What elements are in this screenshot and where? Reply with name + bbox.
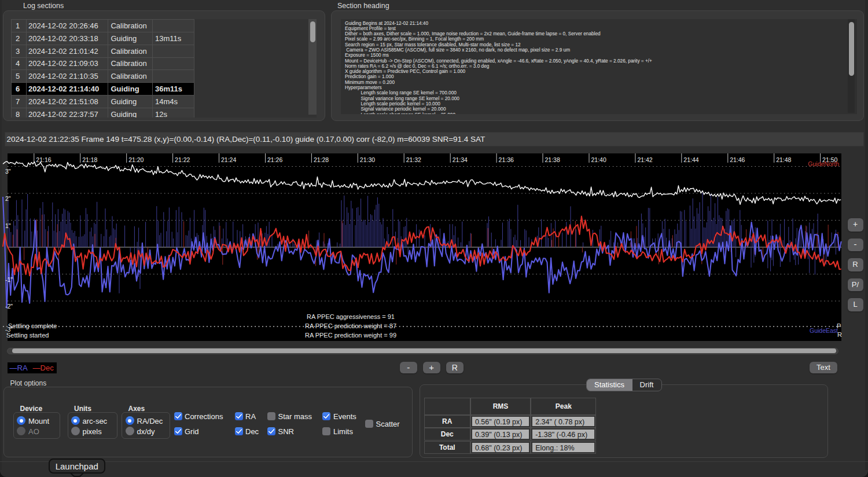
svg-text:Settling complete: Settling complete bbox=[8, 322, 57, 329]
svg-text:21:34: 21:34 bbox=[453, 156, 468, 163]
svg-text:3": 3" bbox=[5, 168, 11, 175]
svg-text:-2": -2" bbox=[5, 303, 13, 310]
svg-text:RA PPEC aggressiveness = 91: RA PPEC aggressiveness = 91 bbox=[307, 313, 395, 320]
svg-text:21:28: 21:28 bbox=[314, 156, 329, 163]
svg-text:21:32: 21:32 bbox=[406, 156, 421, 163]
svg-text:21:16: 21:16 bbox=[36, 156, 51, 163]
svg-text:21:42: 21:42 bbox=[637, 156, 652, 163]
svg-text:21:22: 21:22 bbox=[175, 156, 190, 163]
svg-text:21:38: 21:38 bbox=[545, 156, 560, 163]
svg-text:1": 1" bbox=[5, 222, 11, 229]
svg-text:21:48: 21:48 bbox=[776, 156, 791, 163]
svg-text:21:18: 21:18 bbox=[82, 156, 97, 163]
svg-text:-1": -1" bbox=[5, 276, 13, 283]
svg-text:21:24: 21:24 bbox=[221, 156, 236, 163]
svg-text:GuideNorth: GuideNorth bbox=[808, 160, 839, 167]
svg-text:R: R bbox=[837, 331, 842, 338]
svg-text:GuideEast: GuideEast bbox=[810, 327, 838, 334]
svg-text:21:36: 21:36 bbox=[499, 156, 514, 163]
svg-text:21:30: 21:30 bbox=[360, 156, 375, 163]
svg-text:21:20: 21:20 bbox=[128, 156, 144, 163]
svg-text:P: P bbox=[837, 322, 841, 329]
svg-text:21:44: 21:44 bbox=[683, 156, 698, 163]
svg-text:2": 2" bbox=[5, 195, 11, 202]
svg-text:21:26: 21:26 bbox=[267, 156, 282, 163]
svg-text:RA PPEC prediction weight = 87: RA PPEC prediction weight = 87 bbox=[305, 322, 396, 329]
svg-text:21:40: 21:40 bbox=[591, 156, 606, 163]
svg-text:21:46: 21:46 bbox=[730, 156, 745, 163]
svg-text:RA PPEC prediction weight = 99: RA PPEC prediction weight = 99 bbox=[305, 332, 396, 339]
svg-text:Settling started: Settling started bbox=[6, 332, 49, 339]
